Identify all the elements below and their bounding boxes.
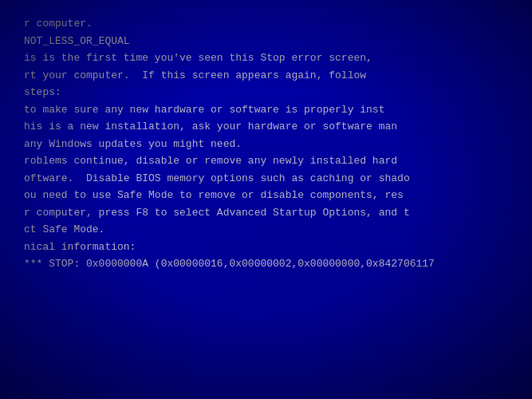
bsod-line: rt your computer. If this screen appears…: [24, 68, 508, 84]
bsod-line: steps:: [24, 85, 508, 101]
bsod-line: *** STOP: 0x0000000A (0x00000016,0x00000…: [24, 256, 508, 272]
bsod-content: r computer.NOT_LESS_OR_EQUALis is the fi…: [24, 16, 508, 272]
bsod-line: NOT_LESS_OR_EQUAL: [24, 34, 508, 49]
bsod-screen: r computer.NOT_LESS_OR_EQUALis is the fi…: [0, 0, 532, 399]
bsod-line: r computer.: [24, 16, 508, 32]
bsod-line: his is a new installation, ask your hard…: [24, 119, 508, 135]
bsod-line: oftware. Disable BIOS memory options suc…: [24, 171, 508, 187]
bsod-line: nical information:: [24, 239, 508, 255]
bsod-line: is is the first time you've seen this St…: [24, 50, 508, 66]
bsod-line: r computer, press F8 to select Advanced …: [24, 205, 508, 221]
bsod-line: ct Safe Mode.: [24, 222, 508, 238]
bsod-line: roblems continue, disable or remove any …: [24, 153, 508, 169]
bsod-line: any Windows updates you might need.: [24, 136, 508, 152]
bsod-line: ou need to use Safe Mode to remove or di…: [24, 188, 508, 203]
bsod-line: to make sure any new hardware or softwar…: [24, 102, 508, 118]
